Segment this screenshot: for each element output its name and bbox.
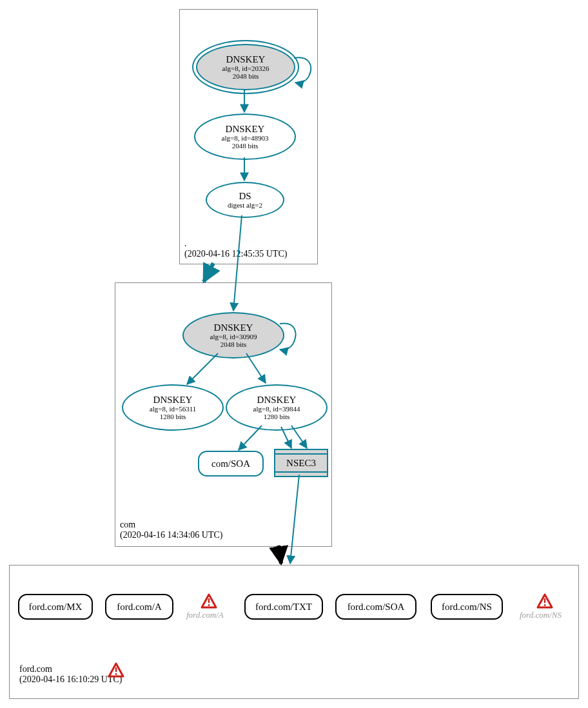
root-ksk-title: DNSKEY <box>226 54 266 65</box>
root-ksk-sub1: alg=8, id=20326 <box>222 64 270 72</box>
ford-txt-node: ford.com/TXT <box>244 594 323 620</box>
root-ds-title: DS <box>239 191 251 202</box>
ford-mx-label: ford.com/MX <box>29 602 83 613</box>
ford-mx-node: ford.com/MX <box>18 594 93 620</box>
root-ds-sub1: digest alg=2 <box>228 201 262 209</box>
com-zsk-b-sub2: 1280 bits <box>264 413 290 420</box>
ford-ns-node: ford.com/NS <box>431 594 503 620</box>
com-zsk-a-sub1: alg=8, id=56311 <box>150 405 197 413</box>
zone-ford-timestamp: (2020-04-16 16:10:29 UTC) <box>19 674 122 685</box>
ford-soa-label: ford.com/SOA <box>348 602 405 613</box>
com-soa-label: com/SOA <box>211 458 250 469</box>
root-zsk-node: DNSKEY alg=8, id=48903 2048 bits <box>194 113 296 160</box>
ford-ns-warn-label: ford.com/NS <box>520 610 562 620</box>
zone-root-label: . (2020-04-16 12:45:35 UTC) <box>184 239 287 259</box>
root-ds-node: DS digest alg=2 <box>206 182 284 218</box>
zone-com-label: com (2020-04-16 14:34:06 UTC) <box>120 520 222 540</box>
ford-a-label: ford.com/A <box>117 602 162 613</box>
com-zsk-a-node: DNSKEY alg=8, id=56311 1280 bits <box>122 384 224 431</box>
ford-ns-label: ford.com/NS <box>442 602 492 613</box>
com-zsk-a-title: DNSKEY <box>153 395 193 406</box>
root-zsk-sub2: 2048 bits <box>232 142 259 150</box>
root-ksk-node: DNSKEY alg=8, id=20326 2048 bits <box>196 44 295 90</box>
com-zsk-b-title: DNSKEY <box>257 395 297 406</box>
root-zsk-title: DNSKEY <box>226 124 265 135</box>
zone-com-name: com <box>120 520 135 529</box>
svg-point-5 <box>544 604 546 606</box>
svg-point-2 <box>208 604 210 606</box>
com-zsk-a-sub2: 1280 bits <box>160 413 186 420</box>
root-zsk-sub1: alg=8, id=48903 <box>222 134 269 142</box>
ford-soa-node: ford.com/SOA <box>335 594 416 620</box>
zone-root-name: . <box>184 239 187 248</box>
com-ksk-sub1: alg=8, id=30909 <box>210 333 257 340</box>
ford-txt-label: ford.com/TXT <box>255 602 312 613</box>
com-ksk-node: DNSKEY alg=8, id=30909 2048 bits <box>182 312 284 359</box>
com-ksk-sub2: 2048 bits <box>220 340 247 348</box>
com-ksk-title: DNSKEY <box>214 322 253 333</box>
com-zsk-b-sub1: alg=8, id=39844 <box>253 405 300 413</box>
svg-point-8 <box>115 673 117 675</box>
ford-a-warn-label: ford.com/A <box>186 610 224 620</box>
nsec3-node: NSEC3 <box>274 449 328 477</box>
zone-com-timestamp: (2020-04-16 14:34:06 UTC) <box>120 530 222 540</box>
zone-ford-label: ford.com (2020-04-16 16:10:29 UTC) <box>19 664 122 685</box>
nsec3-label: NSEC3 <box>286 458 316 469</box>
root-ksk-sub2: 2048 bits <box>233 72 259 80</box>
ford-a-node: ford.com/A <box>105 594 173 620</box>
com-zsk-b-node: DNSKEY alg=8, id=39844 1280 bits <box>226 384 328 431</box>
zone-root-timestamp: (2020-04-16 12:45:35 UTC) <box>184 249 287 259</box>
com-soa-node: com/SOA <box>198 451 264 477</box>
zone-ford-name: ford.com <box>19 664 52 674</box>
